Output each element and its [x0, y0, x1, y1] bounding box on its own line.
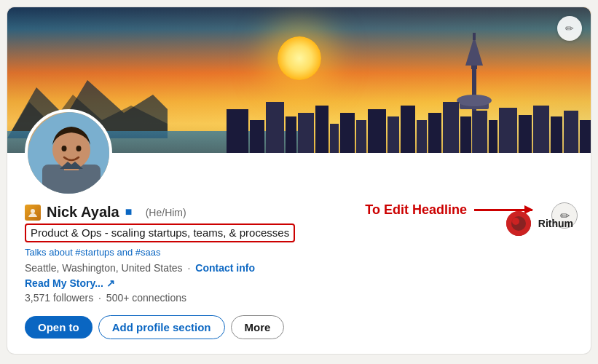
company-logo	[506, 211, 531, 236]
svg-rect-24	[489, 120, 497, 153]
svg-rect-17	[387, 116, 399, 153]
frame-icon-svg	[28, 207, 38, 218]
annotation-text: To Edit Headline	[365, 202, 467, 218]
followers-count[interactable]: 3,571 followers	[25, 292, 93, 304]
svg-rect-29	[564, 111, 578, 153]
city-buildings	[227, 80, 591, 153]
talks-about[interactable]: Talks about #startups and #saas	[25, 247, 573, 258]
pronouns: (He/Him)	[146, 207, 186, 218]
action-buttons: Open to Add profile section More	[25, 315, 573, 339]
svg-rect-20	[428, 113, 441, 153]
profile-card: ✏	[7, 7, 591, 354]
edit-banner-button[interactable]: ✏	[557, 16, 582, 41]
svg-point-36	[62, 146, 67, 151]
followers-row: 3,571 followers · 500+ connections	[25, 292, 573, 304]
company-name: Rithum	[538, 218, 573, 229]
svg-rect-23	[473, 111, 487, 153]
company-row: Rithum	[506, 211, 573, 236]
svg-point-42	[31, 209, 35, 213]
profile-name: Nick Ayala	[47, 204, 119, 221]
svg-rect-19	[417, 120, 427, 153]
dot-separator: ·	[188, 262, 191, 274]
svg-rect-25	[499, 108, 517, 153]
svg-rect-14	[340, 113, 355, 153]
avatar	[25, 109, 112, 197]
more-button[interactable]: More	[231, 315, 285, 339]
contact-info-link[interactable]: Contact info	[195, 262, 255, 274]
avatar-image	[28, 112, 112, 197]
sun	[278, 36, 321, 80]
svg-rect-22	[460, 116, 471, 153]
open-to-button[interactable]: Open to	[25, 316, 93, 339]
svg-rect-11	[298, 113, 314, 153]
profile-body: To Edit Headline ✏ Rithum	[7, 153, 591, 354]
svg-rect-10	[286, 116, 296, 153]
svg-rect-30	[580, 120, 591, 153]
headline: Product & Ops - scaling startups, teams,…	[31, 226, 289, 239]
avatar-circle	[25, 109, 112, 197]
connections-count[interactable]: 500+ connections	[106, 292, 186, 304]
svg-point-37	[76, 146, 82, 151]
location-row: Seattle, Washington, United States · Con…	[25, 262, 573, 274]
add-profile-section-button[interactable]: Add profile section	[98, 315, 225, 339]
svg-rect-8	[250, 120, 264, 153]
svg-rect-12	[315, 106, 328, 153]
svg-rect-16	[368, 109, 386, 153]
separator: ·	[98, 292, 104, 304]
read-story-link[interactable]: Read My Story... ↗	[25, 277, 115, 289]
svg-point-40	[512, 218, 519, 225]
profile-frame-icon	[25, 205, 41, 221]
headline-box: Product & Ops - scaling startups, teams,…	[25, 223, 295, 242]
svg-rect-7	[227, 109, 248, 153]
rithum-logo-svg	[506, 211, 531, 236]
verified-badge: ■	[125, 205, 140, 220]
svg-rect-27	[533, 106, 549, 153]
svg-rect-13	[330, 124, 339, 153]
external-link-icon: ↗	[106, 277, 115, 289]
svg-rect-6	[473, 33, 476, 40]
svg-rect-9	[266, 102, 284, 153]
svg-rect-28	[551, 116, 562, 153]
svg-rect-18	[401, 106, 415, 153]
svg-rect-21	[443, 102, 459, 153]
svg-rect-15	[356, 120, 366, 153]
location-text: Seattle, Washington, United States	[25, 262, 183, 274]
svg-rect-26	[519, 115, 532, 153]
